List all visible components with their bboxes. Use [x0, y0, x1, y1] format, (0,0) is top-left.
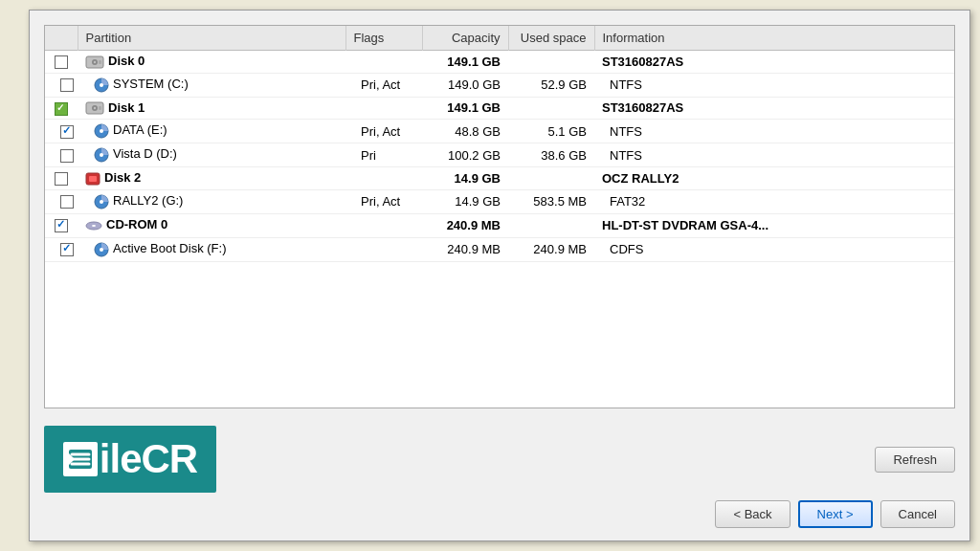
- row-checkbox-cell[interactable]: [45, 143, 78, 167]
- svg-point-21: [100, 248, 103, 252]
- row-information: FAT32: [594, 189, 954, 213]
- row-capacity: 149.1 GB: [422, 97, 508, 120]
- row-used-space: 52.9 GB: [508, 73, 594, 97]
- refresh-button[interactable]: Refresh: [875, 447, 955, 473]
- svg-rect-15: [89, 176, 97, 182]
- row-partition-name: Vista D (D:): [78, 143, 345, 167]
- col-used-header: Used space: [508, 26, 594, 51]
- partition-label: Disk 2: [104, 170, 141, 185]
- partition-table-container: Partition Flags Capacity Used space Info…: [44, 25, 955, 408]
- row-used-space: [508, 213, 594, 237]
- row-capacity: 100.2 GB: [422, 143, 508, 167]
- svg-point-13: [100, 153, 103, 157]
- partition-label: Disk 1: [108, 100, 145, 115]
- row-information: OCZ RALLY2: [594, 167, 954, 190]
- row-flags: [345, 237, 422, 261]
- row-used-space: [508, 167, 594, 190]
- table-row[interactable]: RALLY2 (G:)Pri, Act14.9 GB583.5 MBFAT32: [45, 189, 954, 213]
- logo: ileCR: [44, 426, 216, 493]
- table-row[interactable]: Active Boot Disk (F:)240.9 MB240.9 MBCDF…: [45, 237, 954, 261]
- table-row[interactable]: Disk 1149.1 GBST3160827AS: [45, 97, 954, 120]
- partition-label: CD-ROM 0: [106, 217, 167, 231]
- row-flags: Pri, Act: [345, 189, 422, 213]
- col-flags-header: Flags: [345, 26, 422, 51]
- row-partition-name: CD-ROM 0: [78, 213, 345, 237]
- row-checkbox-cell[interactable]: [45, 97, 78, 120]
- row-information: CDFS: [594, 237, 954, 261]
- svg-point-11: [100, 129, 103, 133]
- row-checkbox-cell[interactable]: [45, 167, 78, 190]
- row-used-space: [508, 51, 594, 74]
- row-capacity: 14.9 GB: [422, 167, 508, 190]
- row-flags: Pri, Act: [345, 73, 422, 97]
- row-checkbox-cell[interactable]: [45, 237, 78, 261]
- table-row[interactable]: DATA (E:)Pri, Act48.8 GB5.1 GBNTFS: [45, 120, 954, 143]
- row-flags: Pri: [345, 143, 422, 167]
- cancel-button[interactable]: Cancel: [880, 500, 955, 528]
- table-row[interactable]: SYSTEM (C:)Pri, Act149.0 GB52.9 GBNTFS: [45, 73, 954, 97]
- table-row[interactable]: CD-ROM 0240.9 MBHL-DT-ST DVDRAM GSA-4...: [45, 213, 954, 237]
- row-capacity: 240.9 MB: [422, 213, 508, 237]
- row-partition-name: Disk 1: [78, 97, 345, 120]
- row-information: ST3160827AS: [594, 97, 954, 120]
- col-info-header: Information: [594, 26, 954, 51]
- table-row[interactable]: Disk 214.9 GBOCZ RALLY2: [45, 167, 954, 190]
- row-used-space: 38.6 GB: [508, 143, 594, 167]
- bottom-area: ileCR Refresh < Back Next > Cancel: [30, 418, 969, 540]
- row-capacity: 48.8 GB: [422, 120, 508, 143]
- logo-icon: [63, 442, 98, 476]
- partition-table: Partition Flags Capacity Used space Info…: [45, 26, 954, 262]
- row-flags: Pri, Act: [345, 120, 422, 143]
- row-flags: [345, 167, 422, 190]
- table-row[interactable]: Vista D (D:)Pri100.2 GB38.6 GBNTFS: [45, 143, 954, 167]
- svg-point-8: [94, 107, 96, 109]
- row-capacity: 14.9 GB: [422, 189, 508, 213]
- right-side: Refresh: [875, 447, 955, 473]
- row-checkbox-cell[interactable]: [45, 120, 78, 143]
- row-used-space: 5.1 GB: [508, 120, 594, 143]
- row-partition-name: Active Boot Disk (F:): [78, 237, 345, 261]
- partition-label: SYSTEM (C:): [113, 77, 189, 91]
- back-button[interactable]: < Back: [715, 500, 790, 528]
- row-used-space: 583.5 MB: [508, 189, 594, 213]
- next-button[interactable]: Next >: [798, 500, 873, 528]
- row-used-space: [508, 97, 594, 120]
- partition-label: RALLY2 (G:): [113, 193, 183, 208]
- svg-point-17: [100, 200, 103, 204]
- table-row[interactable]: Disk 0149.1 GBST3160827AS: [45, 51, 954, 74]
- row-partition-name: SYSTEM (C:): [78, 73, 345, 97]
- col-capacity-header: Capacity: [422, 26, 508, 51]
- row-capacity: 149.0 GB: [422, 73, 508, 97]
- svg-point-5: [100, 83, 103, 87]
- button-row: < Back Next > Cancel: [44, 500, 955, 533]
- row-flags: [345, 51, 422, 74]
- row-capacity: 149.1 GB: [422, 51, 508, 74]
- row-checkbox-cell[interactable]: [45, 189, 78, 213]
- row-partition-name: RALLY2 (G:): [78, 189, 345, 213]
- partition-label: Disk 0: [108, 54, 145, 68]
- svg-rect-3: [99, 60, 101, 64]
- row-flags: [345, 213, 422, 237]
- svg-rect-9: [99, 106, 101, 110]
- row-information: NTFS: [594, 143, 954, 167]
- logo-text: ileCR: [63, 436, 197, 482]
- row-checkbox-cell[interactable]: [45, 73, 78, 97]
- svg-point-19: [92, 225, 96, 227]
- row-used-space: 240.9 MB: [508, 237, 594, 261]
- row-information: ST3160827AS: [594, 51, 954, 74]
- partition-label: Vista D (D:): [113, 147, 177, 162]
- col-partition-header: Partition: [78, 26, 345, 51]
- main-dialog: Partition Flags Capacity Used space Info…: [29, 10, 970, 541]
- row-information: HL-DT-ST DVDRAM GSA-4...: [594, 213, 954, 237]
- row-checkbox-cell[interactable]: [45, 213, 78, 237]
- partition-label: Active Boot Disk (F:): [113, 241, 226, 255]
- row-partition-name: Disk 2: [78, 167, 345, 190]
- logo-label: ileCR: [100, 436, 197, 482]
- row-flags: [345, 97, 422, 120]
- row-information: NTFS: [594, 73, 954, 97]
- row-checkbox-cell[interactable]: [45, 51, 78, 74]
- col-check: [45, 26, 78, 51]
- svg-point-2: [94, 60, 96, 62]
- logo-row: ileCR Refresh: [44, 426, 955, 493]
- partition-label: DATA (E:): [113, 123, 167, 138]
